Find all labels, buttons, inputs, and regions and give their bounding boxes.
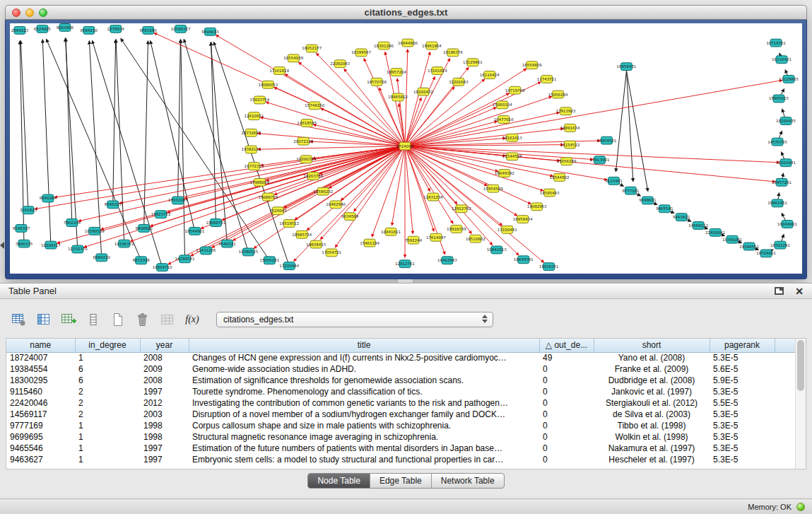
graph-node[interactable]: 16116421 (772, 56, 792, 64)
cell-pagerank[interactable]: 5.5E-5 (710, 397, 775, 409)
graph-node[interactable]: 3161823 (20, 206, 37, 214)
graph-node[interactable]: 18724001 (756, 250, 776, 257)
graph-node[interactable]: 16519512 (279, 220, 299, 228)
graph-node[interactable]: 17913903 (556, 107, 576, 115)
float-panel-icon[interactable] (775, 287, 784, 295)
cell-pagerank[interactable]: 5.9E-5 (710, 375, 775, 386)
graph-node[interactable]: 10196378 (443, 49, 463, 57)
graph-node[interactable]: 16116424 (480, 71, 500, 79)
table-row[interactable]: 2242004622012Investigating the contribut… (6, 397, 796, 409)
cell-short[interactable]: Dudbridge et al. (2008) (594, 375, 710, 386)
cell-out_degree[interactable]: 0 (539, 386, 594, 397)
graph-node[interactable]: 10390525 (238, 248, 258, 256)
row-height-button[interactable] (83, 310, 104, 329)
graph-node[interactable]: 11431236 (196, 247, 216, 255)
graph-node[interactable]: 7592244 (405, 236, 423, 244)
graph-node[interactable]: 2894223 (11, 26, 29, 34)
graph-node[interactable]: 15056284 (548, 90, 568, 98)
table-selector-dropdown[interactable]: citations_edges.txt (216, 312, 493, 327)
show-columns-button[interactable] (33, 310, 54, 329)
graph-node[interactable]: 16199547 (351, 49, 371, 57)
function-builder-button[interactable]: f(x) (182, 310, 203, 329)
cell-short[interactable]: Tibbo et al. (1998) (594, 420, 710, 431)
cell-name[interactable]: 18724007 (6, 352, 75, 363)
graph-node[interactable]: 9063968 (57, 23, 74, 31)
graph-node[interactable]: 32201641 (776, 159, 796, 167)
graph-node[interactable]: 1279934 (107, 25, 125, 33)
graph-node[interactable]: 16844801 (777, 221, 797, 228)
network-view[interactable]: 1805217716554039171618181908605315823754… (10, 23, 802, 274)
cell-short[interactable]: Franke et al. (2009) (594, 363, 710, 375)
network-canvas-svg[interactable]: 1805217716554039171618181908605315823754… (10, 23, 802, 274)
graph-node[interactable]: 18957201 (772, 178, 792, 186)
cell-pagerank[interactable]: 5.3E-5 (710, 431, 775, 443)
tab-edge-table[interactable]: Edge Table (370, 474, 431, 488)
graph-node[interactable]: 9408013 (201, 28, 219, 35)
cell-year[interactable]: 2003 (140, 409, 189, 420)
table-row[interactable]: 1830029562008Estimation of significance … (6, 375, 796, 386)
cell-name[interactable]: 9699695 (6, 431, 75, 443)
column-header-short[interactable]: short (594, 339, 710, 352)
column-header-title[interactable]: title (189, 339, 539, 352)
cell-title[interactable]: Tourette syndrome. Phenomenology and cla… (189, 386, 539, 397)
minimize-window-button[interactable] (25, 8, 34, 17)
graph-node[interactable]: 14570708 (367, 78, 387, 86)
graph-node[interactable]: 9115461 (605, 177, 622, 185)
graph-node[interactable]: 22082043 (330, 60, 350, 68)
graph-node[interactable]: 20732625 (241, 129, 261, 136)
graph-node[interactable]: 13129865 (779, 75, 799, 83)
cell-title[interactable]: Structural magnetic resonance image aver… (189, 431, 539, 443)
cell-name[interactable]: 9463627 (6, 454, 75, 465)
graph-node[interactable]: 9634509 (341, 213, 359, 221)
cell-title[interactable]: Corpus callosum shape and size in male p… (189, 420, 539, 431)
memory-led-icon[interactable] (796, 503, 805, 511)
cell-pagerank[interactable]: 5.3E-5 (710, 386, 775, 397)
graph-node[interactable]: 17054721 (322, 249, 341, 257)
table-row[interactable]: 1938455462009Genome-wide association stu… (6, 363, 796, 375)
graph-node[interactable]: 15056289 (557, 158, 577, 165)
cell-title[interactable]: Genome-wide association studies in ADHD. (189, 363, 539, 375)
graph-node[interactable]: 10841813 (487, 246, 507, 254)
cell-in_degree[interactable]: 1 (75, 352, 140, 363)
graph-node[interactable]: 9408923 (135, 224, 153, 232)
graph-node[interactable]: 11431234 (423, 193, 443, 201)
graph-node[interactable]: 16477016 (494, 116, 514, 124)
graph-node[interactable]: 10719761 (766, 39, 786, 47)
cell-pagerank[interactable]: 5.3E-5 (710, 420, 775, 431)
cell-in_degree[interactable]: 1 (75, 443, 140, 454)
graph-node[interactable]: 16958431 (617, 63, 637, 71)
cell-pagerank[interactable]: 5.3E-5 (710, 443, 775, 454)
graph-node[interactable]: 18200432 (413, 88, 433, 95)
graph-node[interactable]: 9546321 (218, 240, 235, 247)
column-header-name[interactable]: name (6, 339, 75, 352)
cell-name[interactable]: 9115460 (6, 386, 75, 397)
graph-node[interactable]: 11544528 (502, 153, 522, 160)
graph-node[interactable]: 8684210 (93, 254, 111, 262)
network-window-titlebar[interactable]: citations_edges.txt (5, 5, 807, 20)
cell-in_degree[interactable]: 1 (75, 454, 140, 465)
graph-node[interactable]: 10200319 (296, 156, 316, 163)
graph-node[interactable]: 11154522 (560, 141, 580, 148)
cell-short[interactable]: Yano et al. (2008) (594, 352, 710, 363)
graph-node[interactable]: 10841811 (381, 228, 401, 235)
graph-node[interactable]: 10588327 (171, 25, 191, 33)
cell-title[interactable]: Investigating the contribution of common… (189, 397, 539, 409)
cell-in_degree[interactable]: 2 (75, 409, 140, 420)
graph-node[interactable]: 13129861 (463, 59, 483, 66)
graph-node[interactable]: 18544902 (550, 173, 570, 181)
graph-node[interactable]: 7524043 (269, 207, 287, 215)
graph-node[interactable]: 12610651 (244, 112, 264, 120)
cell-name[interactable]: 22420046 (6, 397, 75, 409)
graph-node[interactable]: 11152370 (68, 245, 88, 253)
graph-node[interactable]: 9546325 (105, 201, 122, 209)
graph-node[interactable]: 10390529 (85, 227, 105, 235)
graph-node[interactable]: 10196372 (114, 240, 134, 247)
cell-short[interactable]: Wolkin et al. (1998) (594, 431, 710, 443)
close-window-button[interactable] (12, 8, 20, 17)
graph-node[interactable]: 11743721 (537, 75, 557, 83)
graph-node[interactable]: 6324825 (34, 25, 51, 33)
delete-table-button[interactable] (132, 310, 153, 329)
cell-title[interactable]: Estimation of significance thresholds fo… (189, 375, 539, 386)
graph-node[interactable]: 15461194 (360, 239, 379, 247)
table-row[interactable]: 911546021997Tourette syndrome. Phenomeno… (6, 386, 796, 397)
